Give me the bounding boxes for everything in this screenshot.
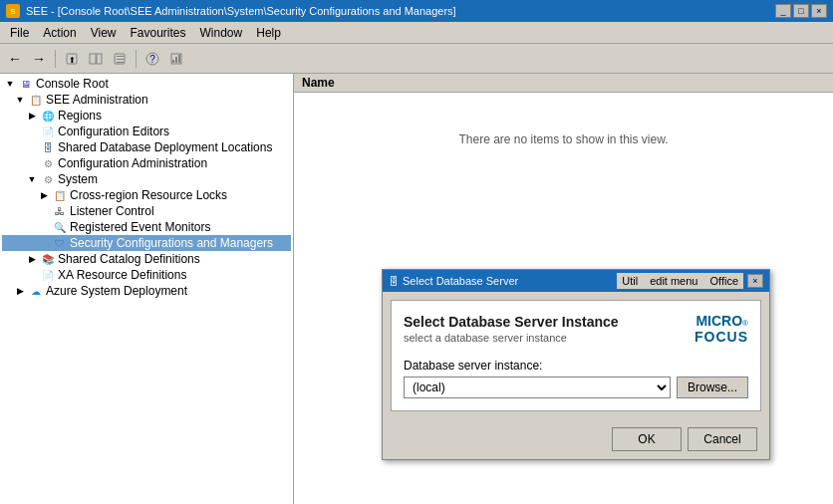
cross-region-label: Cross-region Resource Locks bbox=[70, 188, 227, 202]
expand-system[interactable]: ▼ bbox=[26, 173, 38, 185]
tree-item-shared-catalog[interactable]: ▶ 📚 Shared Catalog Definitions bbox=[2, 251, 291, 267]
svg-rect-11 bbox=[178, 55, 180, 63]
ok-button[interactable]: OK bbox=[612, 427, 682, 451]
show-hide-button[interactable] bbox=[85, 48, 107, 70]
svg-rect-9 bbox=[172, 60, 174, 63]
system-label: System bbox=[58, 172, 98, 186]
dialog-title-left: 🗄 Select Database Server bbox=[389, 275, 518, 287]
shared-db-label: Shared Database Deployment Locations bbox=[58, 140, 272, 154]
browse-button[interactable]: Browse... bbox=[677, 377, 748, 398]
back-button[interactable]: ← bbox=[4, 48, 26, 70]
dialog-heading-row: Select Database Server Instance select a… bbox=[404, 313, 748, 345]
field-row: (local) Browse... bbox=[404, 377, 748, 398]
config-editors-icon: 📄 bbox=[41, 125, 55, 138]
see-admin-label: SEE Administration bbox=[46, 93, 148, 107]
cancel-button[interactable]: Cancel bbox=[688, 427, 757, 451]
close-button[interactable]: × bbox=[811, 4, 827, 18]
tree-pane[interactable]: ▼ 🖥 Console Root ▼ 📋 SEE Administration … bbox=[0, 74, 294, 504]
help-button[interactable]: ? bbox=[141, 48, 163, 70]
config-admin-label: Configuration Administration bbox=[58, 156, 207, 170]
menu-favourites[interactable]: Favourites bbox=[125, 24, 192, 42]
console-root-icon: 🖥 bbox=[19, 77, 33, 91]
system-icon: ⚙ bbox=[41, 172, 55, 186]
chart-button[interactable] bbox=[165, 48, 187, 70]
db-server-instance-select[interactable]: (local) bbox=[404, 377, 671, 398]
cross-region-icon: 📋 bbox=[53, 188, 67, 202]
title-bar: S SEE - [Console Root\SEE Administration… bbox=[0, 0, 833, 22]
tree-item-regions[interactable]: ▶ 🌐 Regions bbox=[2, 108, 291, 124]
field-label: Database server instance: bbox=[404, 359, 748, 373]
menu-view[interactable]: View bbox=[85, 24, 123, 42]
up-button[interactable]: ⬆ bbox=[61, 48, 83, 70]
select-database-server-dialog[interactable]: 🗄 Select Database Server Util edit menu … bbox=[382, 269, 770, 460]
tree-item-azure-deploy[interactable]: ▶ ☁ Azure System Deployment bbox=[2, 283, 291, 299]
toolbar-separator-2 bbox=[136, 50, 137, 68]
svg-text:?: ? bbox=[149, 54, 155, 65]
logo-tm: ® bbox=[742, 319, 748, 328]
expand-azure-deploy[interactable]: ▶ bbox=[14, 285, 26, 297]
menu-window[interactable]: Window bbox=[194, 24, 249, 42]
see-admin-icon: 📋 bbox=[29, 93, 43, 107]
content-body: There are no items to show in this view. bbox=[294, 93, 833, 166]
maximize-button[interactable]: □ bbox=[793, 4, 809, 18]
expand-regions[interactable]: ▶ bbox=[26, 110, 38, 122]
content-header: Name bbox=[294, 74, 833, 93]
tree-item-system[interactable]: ▼ ⚙ System bbox=[2, 171, 291, 187]
shared-catalog-label: Shared Catalog Definitions bbox=[58, 252, 200, 266]
event-monitors-icon: 🔍 bbox=[53, 220, 67, 234]
console-root-label: Console Root bbox=[36, 77, 109, 91]
config-editors-label: Configuration Editors bbox=[58, 125, 169, 138]
dialog-body: Select Database Server Instance select a… bbox=[391, 300, 761, 411]
tree-item-config-admin[interactable]: ▶ ⚙ Configuration Administration bbox=[2, 155, 291, 171]
dialog-menu-util[interactable]: Util bbox=[617, 274, 643, 288]
dialog-heading: Select Database Server Instance bbox=[404, 314, 619, 330]
minimize-button[interactable]: _ bbox=[775, 4, 791, 18]
svg-rect-2 bbox=[90, 54, 96, 64]
app-icon: S bbox=[6, 4, 20, 18]
expand-cross-region[interactable]: ▶ bbox=[38, 189, 50, 201]
tree-item-xa-resource[interactable]: ▶ 📄 XA Resource Definitions bbox=[2, 267, 291, 283]
microfocus-logo: MICRO ® FOCUS bbox=[694, 313, 748, 345]
expand-console-root[interactable]: ▼ bbox=[4, 78, 16, 90]
title-bar-text: SEE - [Console Root\SEE Administration\S… bbox=[26, 5, 769, 17]
shared-catalog-icon: 📚 bbox=[41, 252, 55, 266]
menu-file[interactable]: File bbox=[4, 24, 35, 42]
dialog-close-button[interactable]: × bbox=[747, 274, 763, 288]
properties-button[interactable]: ☰ bbox=[109, 48, 131, 70]
empty-message: There are no items to show in this view. bbox=[458, 132, 668, 146]
title-bar-controls: _ □ × bbox=[775, 4, 827, 18]
tree-item-see-admin[interactable]: ▼ 📋 SEE Administration bbox=[2, 92, 291, 108]
svg-rect-3 bbox=[97, 54, 102, 64]
forward-button[interactable]: → bbox=[28, 48, 50, 70]
menu-bar: File Action View Favourites Window Help bbox=[0, 22, 833, 44]
logo-focus: FOCUS bbox=[694, 329, 748, 345]
dialog-footer: OK Cancel bbox=[383, 419, 769, 459]
logo-micro: MICRO bbox=[695, 313, 742, 329]
svg-text:⬆: ⬆ bbox=[69, 56, 76, 65]
menu-action[interactable]: Action bbox=[37, 24, 82, 42]
dialog-title-bar: 🗄 Select Database Server Util edit menu … bbox=[383, 270, 769, 292]
menu-help[interactable]: Help bbox=[250, 24, 287, 42]
azure-deploy-label: Azure System Deployment bbox=[46, 284, 187, 298]
listener-label: Listener Control bbox=[70, 204, 154, 218]
tree-item-shared-db[interactable]: ▶ 🗄 Shared Database Deployment Locations bbox=[2, 139, 291, 155]
shared-db-icon: 🗄 bbox=[41, 140, 55, 154]
security-configs-icon: 🛡 bbox=[53, 236, 67, 250]
expand-see-admin[interactable]: ▼ bbox=[14, 94, 26, 106]
tree-item-cross-region[interactable]: ▶ 📋 Cross-region Resource Locks bbox=[2, 187, 291, 203]
tree-item-console-root[interactable]: ▼ 🖥 Console Root bbox=[2, 76, 291, 92]
tree-item-config-editors[interactable]: ▶ 📄 Configuration Editors bbox=[2, 124, 291, 139]
dialog-menu-edit[interactable]: edit menu bbox=[645, 274, 702, 288]
expand-shared-catalog[interactable]: ▶ bbox=[26, 253, 38, 265]
tree-item-listener[interactable]: ▶ 🖧 Listener Control bbox=[2, 203, 291, 219]
dialog-menu-office[interactable]: Office bbox=[704, 274, 743, 288]
tree-item-security-configs[interactable]: ▶ 🛡 Security Configurations and Managers bbox=[2, 235, 291, 251]
xa-resource-label: XA Resource Definitions bbox=[58, 268, 186, 282]
tree-item-event-monitors[interactable]: ▶ 🔍 Registered Event Monitors bbox=[2, 219, 291, 235]
listener-icon: 🖧 bbox=[53, 204, 67, 218]
regions-label: Regions bbox=[58, 109, 102, 123]
azure-deploy-icon: ☁ bbox=[29, 284, 43, 298]
svg-rect-10 bbox=[175, 57, 177, 63]
svg-text:☰: ☰ bbox=[116, 54, 125, 65]
dialog-title-menubar: Util edit menu Office bbox=[617, 273, 743, 289]
